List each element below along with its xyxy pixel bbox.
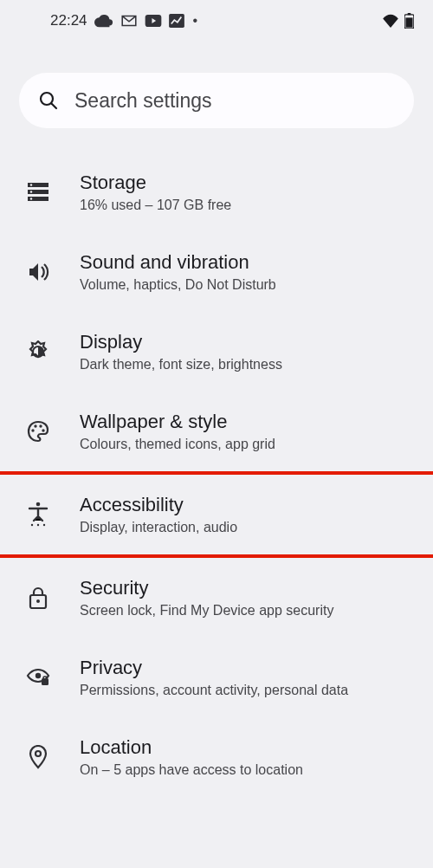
svg-point-24 <box>36 673 41 678</box>
settings-item-text: Accessibility Display, interaction, audi… <box>80 494 407 535</box>
settings-item-text: Display Dark theme, font size, brightnes… <box>80 331 407 372</box>
settings-item-text: Wallpaper & style Colours, themed icons,… <box>80 411 407 452</box>
svg-point-15 <box>34 424 36 427</box>
svg-rect-4 <box>405 17 412 27</box>
svg-point-16 <box>39 424 42 427</box>
settings-item-subtitle: On – 5 apps have access to location <box>80 762 407 778</box>
settings-item-title: Privacy <box>80 657 407 679</box>
gmail-icon <box>120 15 138 27</box>
svg-point-21 <box>43 524 45 526</box>
settings-item-accessibility[interactable]: Accessibility Display, interaction, audi… <box>0 471 433 558</box>
accessibility-icon <box>26 502 50 527</box>
youtube-icon <box>145 15 162 27</box>
settings-item-subtitle: Display, interaction, audio <box>80 520 407 535</box>
settings-item-subtitle: Volume, haptics, Do Not Disturb <box>80 277 407 293</box>
svg-point-12 <box>30 198 32 199</box>
status-right <box>382 13 414 29</box>
svg-rect-26 <box>43 677 47 679</box>
palette-icon <box>26 419 50 444</box>
settings-item-title: Location <box>80 736 407 759</box>
settings-item-subtitle: Permissions, account activity, personal … <box>80 683 407 698</box>
settings-item-subtitle: Dark theme, font size, brightness <box>80 357 407 372</box>
svg-line-6 <box>52 104 57 109</box>
svg-point-27 <box>36 751 41 756</box>
settings-item-location[interactable]: Location On – 5 apps have access to loca… <box>0 717 433 797</box>
settings-item-storage[interactable]: Storage 16% used – 107 GB free <box>0 152 433 232</box>
svg-point-23 <box>36 599 40 603</box>
settings-item-privacy[interactable]: Privacy Permissions, account activity, p… <box>0 638 433 717</box>
search-input[interactable] <box>74 89 395 113</box>
settings-item-display[interactable]: Display Dark theme, font size, brightnes… <box>0 312 433 392</box>
storage-icon <box>26 180 50 204</box>
more-notifications-dot: • <box>193 13 198 29</box>
settings-item-title: Storage <box>80 172 407 194</box>
svg-point-20 <box>37 524 39 526</box>
svg-point-17 <box>42 429 44 431</box>
battery-icon <box>404 13 414 29</box>
status-time: 22:24 <box>50 12 87 29</box>
location-icon <box>26 745 50 769</box>
settings-item-text: Security Screen lock, Find My Device app… <box>80 577 407 619</box>
svg-point-14 <box>31 429 34 431</box>
cloud-icon <box>94 14 113 28</box>
settings-item-text: Privacy Permissions, account activity, p… <box>80 657 407 698</box>
settings-item-title: Wallpaper & style <box>80 411 407 433</box>
settings-item-title: Accessibility <box>80 494 407 516</box>
settings-item-wallpaper[interactable]: Wallpaper & style Colours, themed icons,… <box>0 392 433 471</box>
status-left: 22:24 • <box>50 12 197 29</box>
settings-list: Storage 16% used – 107 GB free Sound and… <box>0 152 433 797</box>
settings-item-security[interactable]: Security Screen lock, Find My Device app… <box>0 558 433 638</box>
status-bar: 22:24 • <box>0 0 433 42</box>
settings-item-text: Sound and vibration Volume, haptics, Do … <box>80 251 407 293</box>
svg-rect-3 <box>408 13 411 15</box>
chart-icon <box>169 14 184 28</box>
wifi-icon <box>382 14 399 28</box>
svg-point-18 <box>36 502 41 507</box>
settings-item-text: Storage 16% used – 107 GB free <box>80 172 407 213</box>
lock-icon <box>26 586 50 610</box>
status-notification-icons: • <box>94 13 198 29</box>
settings-item-subtitle: 16% used – 107 GB free <box>80 198 407 213</box>
settings-item-subtitle: Colours, themed icons, app grid <box>80 437 407 452</box>
search-icon <box>38 90 59 111</box>
settings-item-title: Sound and vibration <box>80 251 407 274</box>
sound-icon <box>26 260 50 284</box>
settings-item-title: Security <box>80 577 407 599</box>
search-bar[interactable] <box>19 73 414 128</box>
settings-item-text: Location On – 5 apps have access to loca… <box>80 736 407 778</box>
privacy-icon <box>26 665 50 690</box>
settings-item-subtitle: Screen lock, Find My Device app security <box>80 603 407 619</box>
settings-item-title: Display <box>80 331 407 353</box>
svg-point-10 <box>30 184 32 185</box>
display-icon <box>26 340 50 364</box>
settings-item-sound[interactable]: Sound and vibration Volume, haptics, Do … <box>0 232 433 312</box>
svg-point-11 <box>30 191 32 192</box>
svg-point-19 <box>31 524 33 526</box>
